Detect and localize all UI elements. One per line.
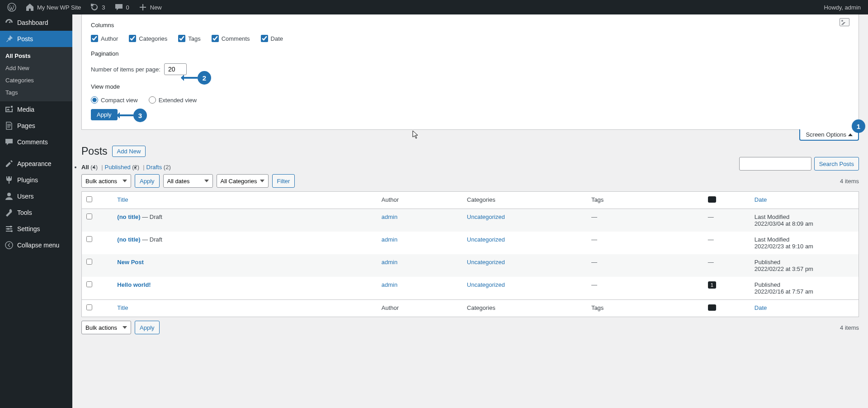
filter-all[interactable]: All: [81, 164, 89, 171]
filter-button[interactable]: Filter: [272, 174, 295, 188]
annotation-2: 2: [198, 71, 211, 85]
no-comments: —: [708, 236, 714, 243]
row-checkbox[interactable]: [86, 236, 92, 242]
comments-count: 0: [126, 4, 129, 11]
category-link[interactable]: Uncategorized: [467, 281, 505, 288]
menu-dashboard[interactable]: Dashboard: [0, 14, 72, 31]
search-posts-button[interactable]: Search Posts: [814, 157, 859, 171]
item-count-top: 4 items: [840, 178, 859, 185]
svg-point-3: [7, 228, 9, 230]
viewmode-legend: View mode: [91, 81, 120, 93]
category-link[interactable]: Uncategorized: [467, 213, 505, 220]
menu-appearance[interactable]: Appearance: [0, 156, 72, 172]
post-status: — Draft: [141, 236, 162, 243]
select-all-bottom[interactable]: [86, 304, 92, 310]
items-per-page-input[interactable]: [164, 63, 187, 75]
site-name-link[interactable]: My New WP Site: [22, 0, 85, 14]
new-content-link[interactable]: New: [135, 0, 165, 14]
author-link[interactable]: admin: [382, 259, 397, 266]
menu-tools[interactable]: Tools: [0, 204, 72, 221]
updates-link[interactable]: 3: [86, 0, 108, 14]
sort-date[interactable]: Date: [755, 196, 767, 203]
plus-icon: [138, 3, 147, 12]
col-date-toggle[interactable]: Date: [261, 35, 283, 42]
sort-date-foot[interactable]: Date: [755, 304, 767, 311]
sort-title-foot[interactable]: Title: [117, 304, 128, 311]
image-placeholder-icon: [840, 18, 849, 26]
wp-logo[interactable]: [4, 0, 20, 14]
menu-posts[interactable]: Posts: [0, 31, 72, 47]
columns-legend: Columns: [91, 19, 114, 31]
triangle-up-icon: [848, 133, 853, 136]
bulk-apply-top[interactable]: Apply: [135, 174, 160, 188]
search-input[interactable]: [739, 157, 811, 171]
post-title-link[interactable]: (no title): [117, 213, 140, 220]
author-link[interactable]: admin: [382, 236, 397, 243]
submenu-all-posts[interactable]: All Posts: [0, 50, 72, 62]
menu-plugins[interactable]: Plugins: [0, 172, 72, 188]
post-title-link[interactable]: New Post: [117, 259, 144, 266]
page-icon: [5, 121, 14, 130]
wordpress-icon: [7, 3, 16, 12]
menu-comments[interactable]: Comments: [0, 134, 72, 150]
menu-settings[interactable]: Settings: [0, 221, 72, 237]
svg-point-1: [7, 193, 11, 196]
comments-icon: [5, 138, 14, 147]
category-link[interactable]: Uncategorized: [467, 259, 505, 266]
admin-sidebar: Dashboard Posts All Posts Add New Catego…: [0, 14, 72, 408]
date-value: 2022/02/23 at 9:10 am: [755, 243, 813, 250]
my-account[interactable]: Howdy, admin: [821, 0, 864, 14]
col-author-toggle[interactable]: Author: [91, 35, 118, 42]
post-title-link[interactable]: (no title): [117, 236, 140, 243]
row-checkbox[interactable]: [86, 281, 92, 287]
sort-title[interactable]: Title: [117, 196, 128, 203]
date-value: 2022/03/04 at 8:09 am: [755, 220, 813, 227]
no-comments: —: [708, 259, 714, 266]
svg-point-4: [11, 230, 13, 232]
table-row: (no title) — DraftadminUncategorized——La…: [82, 232, 859, 254]
posts-table: Title Author Categories Tags Date (no ti…: [81, 191, 859, 317]
submenu-categories[interactable]: Categories: [0, 74, 72, 86]
menu-media[interactable]: Media: [0, 101, 72, 118]
new-label: New: [150, 4, 162, 11]
screen-options-tab[interactable]: Screen Options: [799, 129, 859, 141]
header-tags: Tags: [587, 192, 703, 209]
col-categories-toggle[interactable]: Categories: [129, 35, 167, 42]
category-link[interactable]: Uncategorized: [467, 236, 505, 243]
annotation-3: 3: [133, 109, 147, 122]
add-new-button[interactable]: Add New: [112, 146, 146, 157]
col-tags-toggle[interactable]: Tags: [178, 35, 200, 42]
filter-published[interactable]: Published: [105, 164, 131, 171]
tools-icon: [5, 208, 14, 217]
pin-icon: [5, 34, 14, 43]
filter-drafts[interactable]: Drafts: [146, 164, 162, 171]
bulk-action-select-bottom[interactable]: Bulk actions: [81, 321, 131, 334]
tags-cell: —: [591, 213, 597, 220]
row-checkbox[interactable]: [86, 259, 92, 265]
admin-bar: My New WP Site 3 0 New Howdy, admin: [0, 0, 868, 14]
bulk-action-select-top[interactable]: Bulk actions: [81, 174, 131, 188]
menu-pages[interactable]: Pages: [0, 118, 72, 134]
col-comments-toggle[interactable]: Comments: [212, 35, 250, 42]
menu-collapse[interactable]: Collapse menu: [0, 237, 72, 253]
annotation-1: 1: [852, 119, 865, 133]
row-checkbox[interactable]: [86, 213, 92, 219]
date-filter-select[interactable]: All dates: [163, 174, 213, 188]
extended-view-radio[interactable]: Extended view: [149, 96, 197, 104]
post-title-link[interactable]: Hello world!: [117, 281, 151, 288]
site-name: My New WP Site: [37, 4, 81, 11]
menu-users[interactable]: Users: [0, 188, 72, 204]
bulk-apply-bottom[interactable]: Apply: [135, 321, 160, 334]
author-link[interactable]: admin: [382, 213, 397, 220]
comments-link[interactable]: 0: [111, 0, 133, 14]
item-count-bottom: 4 items: [840, 324, 859, 331]
submenu-tags[interactable]: Tags: [0, 86, 72, 99]
collapse-icon: [5, 241, 14, 250]
author-link[interactable]: admin: [382, 281, 397, 288]
no-comments: —: [708, 213, 714, 220]
submenu-add-new[interactable]: Add New: [0, 62, 72, 74]
category-filter-select[interactable]: All Categories: [217, 174, 269, 188]
select-all-top[interactable]: [86, 196, 92, 202]
compact-view-radio[interactable]: Compact view: [91, 96, 138, 104]
comment-count[interactable]: 1: [708, 281, 716, 289]
